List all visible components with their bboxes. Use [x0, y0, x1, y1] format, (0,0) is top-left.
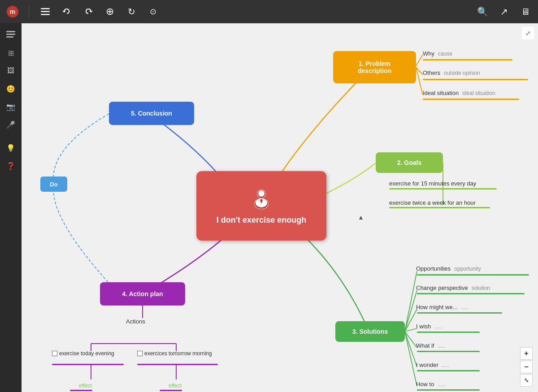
svg-point-31	[258, 190, 265, 197]
sb-howto-line	[417, 389, 480, 391]
central-node[interactable]: I don't exercise enough	[196, 171, 326, 241]
solutions-branch-change[interactable]: Change perspective solution	[416, 284, 490, 291]
svg-rect-6	[6, 34, 15, 35]
goals-branch-1[interactable]: exercise for 15 minutes every day	[389, 180, 476, 187]
problem-branch-ideal[interactable]: Ideal situation ideal situation	[423, 90, 495, 96]
goals-branch-2-label: exercise twice a week for an hour	[389, 199, 476, 206]
svg-line-19	[405, 332, 417, 386]
refresh-button[interactable]: ↻	[124, 4, 139, 19]
sidebar-item-image[interactable]: 🖼	[3, 63, 19, 79]
actions-label: Actions	[126, 318, 145, 325]
action-right-line	[137, 364, 218, 365]
branch-why-line	[423, 59, 512, 60]
sidebar: ⊞ 🖼 😊 📷 🎤 💡 ❓	[0, 23, 22, 392]
sidebar-item-text[interactable]	[3, 27, 19, 43]
problem-branch-others[interactable]: Others outside opinion	[423, 69, 480, 76]
sb-wonder-value: .....	[442, 362, 450, 368]
action-left-line	[52, 364, 124, 365]
solutions-branch-what[interactable]: What if .....	[416, 342, 445, 349]
action-item-exercise-tomorrow[interactable]: exercices tomorrow morning	[137, 350, 212, 357]
zoom-out-button[interactable]: −	[520, 361, 533, 373]
solutions-branch-opp[interactable]: Opportunities opportunity	[416, 265, 481, 272]
goals-branch-1-label: exercise for 15 minutes every day	[389, 180, 476, 187]
action-item-exercise-today[interactable]: exercise today evening	[52, 350, 114, 357]
sb-change-line	[417, 293, 525, 294]
solutions-branch-how[interactable]: How might we... .....	[416, 304, 469, 310]
effect-left-line	[70, 390, 92, 391]
action-plan-node[interactable]: 4. Action plan	[100, 282, 185, 306]
sb-how-label: How might we...	[416, 304, 457, 310]
svg-line-15	[405, 309, 417, 332]
sb-how-line	[417, 312, 502, 314]
solutions-branch-wish[interactable]: I wish .....	[416, 323, 442, 330]
checkbox-today[interactable]	[52, 351, 57, 356]
toolbar-right: 🔍 ↗ 🖥	[475, 4, 533, 19]
app-logo-icon: m	[5, 4, 20, 19]
svg-line-13	[405, 271, 417, 332]
sidebar-item-video[interactable]: 📷	[3, 99, 19, 115]
toolbar: m ⊕ ↻ ⊙ 🔍 ↗ 🖥	[0, 0, 538, 23]
sb-howto-label: How to	[416, 381, 434, 388]
goals-node[interactable]: 2. Goals	[376, 152, 443, 173]
expand-button[interactable]: ⤢	[522, 27, 534, 39]
svg-rect-2	[41, 8, 50, 9]
sb-wonder-label: I wonder	[416, 362, 438, 368]
svg-line-14	[405, 290, 417, 332]
redo-button[interactable]	[81, 4, 95, 19]
central-node-title: I don't exercise enough	[217, 215, 306, 225]
goals-branch-2[interactable]: exercise twice a week for an hour	[389, 199, 476, 206]
central-node-icon	[250, 187, 273, 214]
present-button[interactable]: 🖥	[518, 4, 533, 19]
branch-ideal-value: ideal situation	[462, 90, 495, 96]
branch-ideal-line	[423, 99, 519, 100]
branch-others-value: outside opinion	[444, 70, 480, 76]
svg-line-16	[405, 328, 417, 332]
zoom-in-button[interactable]: +	[520, 347, 533, 360]
branch-others-label: Others	[423, 69, 440, 76]
search-button[interactable]: 🔍	[475, 4, 490, 19]
branch-why-value: cause	[438, 51, 452, 57]
sidebar-item-help[interactable]: ❓	[3, 158, 19, 174]
solutions-branch-howto[interactable]: How to .....	[416, 381, 445, 388]
mind-map-canvas: I don't exercise enough 5. Conclusion Do…	[22, 23, 538, 392]
sidebar-item-media[interactable]: ⊞	[3, 45, 19, 61]
sb-opp-line	[417, 274, 529, 276]
menu-button[interactable]	[38, 4, 52, 19]
share-button[interactable]: ↗	[497, 4, 511, 19]
add-button[interactable]: ⊕	[103, 4, 117, 19]
settings-button[interactable]: ⊙	[146, 4, 160, 19]
sb-wish-label: I wish	[416, 323, 431, 330]
svg-line-18	[405, 332, 417, 367]
conclusion-node[interactable]: 5. Conclusion	[109, 102, 194, 125]
checkbox-tomorrow[interactable]	[137, 351, 143, 356]
svg-line-10	[416, 67, 423, 95]
svg-rect-7	[6, 36, 13, 38]
effect-right-label: effect	[169, 383, 182, 389]
sidebar-item-emoji[interactable]: 😊	[3, 81, 19, 97]
effect-left-label: effect	[79, 383, 92, 389]
sb-wish-line	[417, 332, 480, 333]
sb-how-value: .....	[461, 304, 469, 310]
do-node[interactable]: Do	[40, 177, 67, 192]
svg-line-9	[416, 67, 423, 75]
toolbar-separator	[29, 5, 29, 18]
problem-node[interactable]: 1. Problemdescription	[333, 51, 416, 83]
problem-branch-why[interactable]: Why cause	[423, 50, 452, 57]
sb-what-label: What if	[416, 342, 434, 349]
mouse-cursor: ▲	[358, 214, 364, 221]
problem-label: 1. Problemdescription	[358, 60, 391, 74]
zoom-fit-button[interactable]: ⤡	[520, 374, 533, 387]
goals-line-2	[389, 207, 490, 208]
sb-change-label: Change perspective	[416, 284, 468, 291]
svg-rect-4	[41, 14, 50, 15]
svg-line-17	[405, 332, 417, 348]
sidebar-item-audio[interactable]: 🎤	[3, 116, 19, 133]
solutions-branch-wonder[interactable]: I wonder .....	[416, 362, 450, 368]
undo-button[interactable]	[60, 4, 74, 19]
solutions-node[interactable]: 3. Solutions	[335, 321, 405, 342]
sb-what-line	[417, 351, 480, 352]
branch-ideal-label: Ideal situation	[423, 90, 459, 96]
svg-line-8	[416, 55, 423, 66]
sidebar-item-idea[interactable]: 💡	[3, 140, 19, 156]
sb-what-value: .....	[438, 343, 445, 349]
